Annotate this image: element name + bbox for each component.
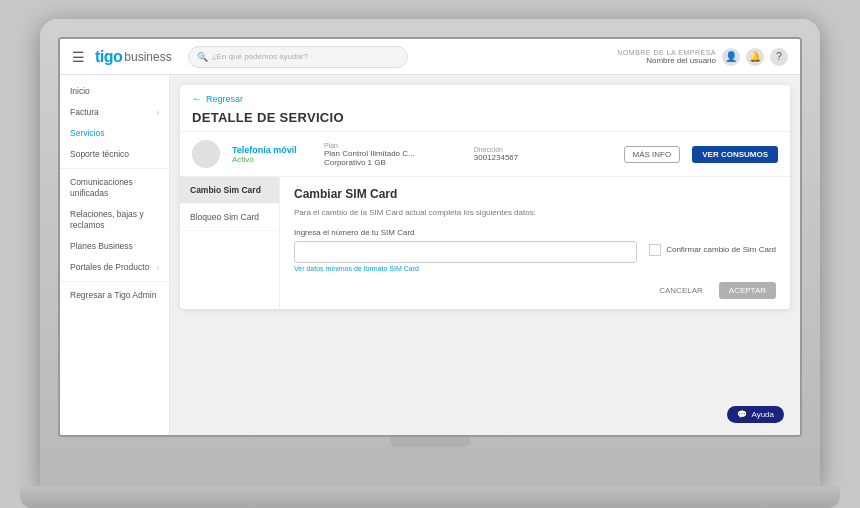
card-body: Cambio Sim Card Bloqueo Sim Card Cambiar… xyxy=(180,177,790,309)
form-actions: CANCELAR ACEPTAR xyxy=(294,282,776,299)
notifications-icon[interactable]: 🔔 xyxy=(746,48,764,66)
laptop-bottom xyxy=(58,437,802,447)
direction-meta: Dirección 3001234567 xyxy=(474,146,612,162)
service-info-row: Telefonía móvil Activo Plan Plan Control… xyxy=(180,132,790,177)
plan-value: Plan Control Ilimitado C... xyxy=(324,149,462,158)
plan-label: Plan xyxy=(324,142,462,149)
service-name: Telefonía móvil xyxy=(232,145,312,155)
confirm-label: Confirmar cambio de Sim Card xyxy=(666,245,776,254)
sim-input-label: Ingresa el número de tu SIM Card xyxy=(294,228,637,237)
accept-button[interactable]: ACEPTAR xyxy=(719,282,776,299)
sidebar-item-factura[interactable]: Factura › xyxy=(60,102,169,123)
direction-value: 3001234567 xyxy=(474,153,612,162)
sim-input-hint[interactable]: Ver datos mínimos de formato SIM Card xyxy=(294,265,637,272)
hamburger-icon[interactable]: ☰ xyxy=(72,49,85,65)
tab-bloqueo-sim[interactable]: Bloqueo Sim Card xyxy=(180,204,279,231)
service-name-col: Telefonía móvil Activo xyxy=(232,145,312,164)
sidebar-item-planes[interactable]: Planes Business xyxy=(60,236,169,257)
avatar xyxy=(192,140,220,168)
tab-cambio-sim[interactable]: Cambio Sim Card xyxy=(180,177,279,204)
help-button[interactable]: 💬 Ayuda xyxy=(727,406,784,423)
laptop-shell: ☰ tigo business 🔍 ¿En qué podemos ayudar… xyxy=(40,19,820,489)
brand-tigo: tigo xyxy=(95,48,122,66)
sidebar-item-relaciones[interactable]: Relaciones, bajas y reclamos xyxy=(60,204,169,236)
user-label: Nombre del usuario xyxy=(617,56,716,65)
sidebar-item-soporte[interactable]: Soporte técnico xyxy=(60,144,169,165)
sidebar-divider-2 xyxy=(60,281,169,282)
direction-label: Dirección xyxy=(474,146,612,153)
laptop-base xyxy=(20,486,840,508)
card-header: ← Regresar DETALLE DE SERVICIO xyxy=(180,85,790,132)
form-row: Ingresa el número de tu SIM Card Ver dat… xyxy=(294,228,776,272)
form-title: Cambiar SIM Card xyxy=(294,187,776,201)
service-meta: Plan Plan Control Ilimitado C... Corpora… xyxy=(324,142,462,167)
sidebar-divider xyxy=(60,168,169,169)
sidebar-item-regresar[interactable]: Regresar a Tigo Admin xyxy=(60,285,169,306)
ver-consumos-button[interactable]: VER CONSUMOS xyxy=(692,146,778,163)
confirm-checkbox[interactable] xyxy=(649,244,661,256)
sidebar: Inicio Factura › Servicios Soporte técni… xyxy=(60,75,170,435)
search-bar[interactable]: 🔍 ¿En qué podemos ayudar? xyxy=(188,46,408,68)
card-form: Cambiar SIM Card Para el cambio de la SI… xyxy=(280,177,790,309)
laptop-screen: ☰ tigo business 🔍 ¿En qué podemos ayudar… xyxy=(58,37,802,437)
card-title: DETALLE DE SERVICIO xyxy=(192,110,778,125)
content-area: ← Regresar DETALLE DE SERVICIO Telefonía… xyxy=(170,75,800,435)
card-tabs: Cambio Sim Card Bloqueo Sim Card xyxy=(180,177,280,309)
sidebar-item-comunicaciones[interactable]: Comunicaciones unificadas xyxy=(60,172,169,204)
sidebar-item-inicio[interactable]: Inicio xyxy=(60,81,169,102)
brand-business: business xyxy=(124,50,171,64)
sidebar-item-portales[interactable]: Portales de Producto › xyxy=(60,257,169,278)
laptop-notch xyxy=(390,437,470,447)
main-area: Inicio Factura › Servicios Soporte técni… xyxy=(60,75,800,435)
user-icon[interactable]: 👤 xyxy=(722,48,740,66)
back-link[interactable]: ← Regresar xyxy=(192,93,778,104)
cancel-button[interactable]: CANCELAR xyxy=(651,282,711,299)
company-label: NOMBRE DE LA EMPRESA xyxy=(617,49,716,56)
topnav: ☰ tigo business 🔍 ¿En qué podemos ayudar… xyxy=(60,39,800,75)
plan-detail: Corporativo 1 GB xyxy=(324,158,462,167)
topnav-right: NOMBRE DE LA EMPRESA Nombre del usuario … xyxy=(617,48,788,66)
company-info: NOMBRE DE LA EMPRESA Nombre del usuario xyxy=(617,49,716,65)
search-placeholder: ¿En qué podemos ayudar? xyxy=(212,52,309,61)
help-circle-icon: 💬 xyxy=(737,410,747,419)
service-status: Activo xyxy=(232,155,312,164)
sidebar-item-servicios[interactable]: Servicios xyxy=(60,123,169,144)
app-container: ☰ tigo business 🔍 ¿En qué podemos ayudar… xyxy=(60,39,800,435)
mas-info-button[interactable]: MÁS INFO xyxy=(624,146,681,163)
chevron-right-icon: › xyxy=(157,108,159,117)
help-icon[interactable]: ? xyxy=(770,48,788,66)
brand: tigo business xyxy=(95,48,172,66)
chevron-right-icon-2: › xyxy=(157,263,159,272)
form-desc: Para el cambio de la SIM Card actual com… xyxy=(294,207,776,218)
sim-input-group: Ingresa el número de tu SIM Card Ver dat… xyxy=(294,228,637,272)
confirm-checkbox-group: Confirmar cambio de Sim Card xyxy=(649,244,776,256)
service-card: ← Regresar DETALLE DE SERVICIO Telefonía… xyxy=(180,85,790,309)
back-arrow-icon: ← xyxy=(192,93,202,104)
sim-input[interactable] xyxy=(294,241,637,263)
